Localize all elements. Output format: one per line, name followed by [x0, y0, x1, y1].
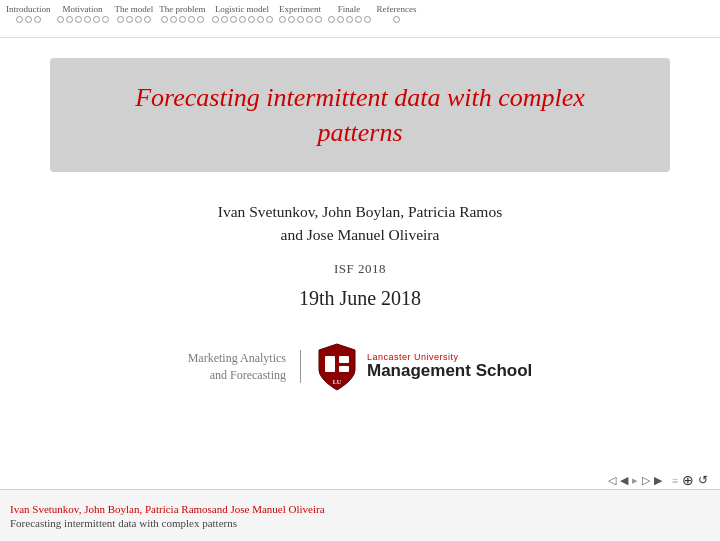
nav-dot[interactable] — [337, 16, 344, 23]
title-box: Forecasting intermittent data with compl… — [50, 58, 670, 172]
svg-rect-0 — [325, 356, 335, 372]
nav-dot[interactable] — [257, 16, 264, 23]
school-name: Management School — [367, 362, 532, 381]
marketing-analytics-logo: Marketing Analytics and Forecasting — [188, 350, 301, 384]
nav-dot[interactable] — [393, 16, 400, 23]
nav-dot[interactable] — [230, 16, 237, 23]
nav-dots — [16, 16, 41, 23]
nav-section-the-problem[interactable]: The problem — [159, 4, 205, 23]
nav-label: Motivation — [63, 4, 103, 14]
nav-dot[interactable] — [328, 16, 335, 23]
nav-dot[interactable] — [126, 16, 133, 23]
nav-dots — [279, 16, 322, 23]
nav-dot[interactable] — [93, 16, 100, 23]
nav-dot[interactable] — [221, 16, 228, 23]
logo-left-line2: and Forecasting — [188, 367, 286, 384]
nav-dot[interactable] — [117, 16, 124, 23]
beamer-icon[interactable]: ⊕ — [682, 472, 694, 489]
nav-dots — [117, 16, 151, 23]
zoom-icon[interactable]: ↺ — [698, 473, 708, 488]
authors-line1: Ivan Svetunkov, John Boylan, Patricia Ra… — [218, 203, 502, 220]
left-arrow-icon[interactable]: ◁ — [608, 474, 616, 487]
nav-label: Logistic model — [215, 4, 269, 14]
nav-dot[interactable] — [248, 16, 255, 23]
nav-dot[interactable] — [297, 16, 304, 23]
conference: ISF 2018 — [334, 261, 386, 277]
svg-text:LU: LU — [333, 379, 342, 385]
nav-dot[interactable] — [266, 16, 273, 23]
nav-section-references[interactable]: References — [377, 4, 417, 23]
nav-dots — [57, 16, 109, 23]
nav-dot[interactable] — [306, 16, 313, 23]
authors: Ivan Svetunkov, John Boylan, Patricia Ra… — [218, 200, 502, 247]
nav-label: Finale — [338, 4, 361, 14]
nav-section-motivation[interactable]: Motivation — [57, 4, 109, 23]
nav-dot[interactable] — [170, 16, 177, 23]
nav-section-finale[interactable]: Finale — [328, 4, 371, 23]
nav-dot[interactable] — [34, 16, 41, 23]
logo-left-line1: Marketing Analytics — [188, 350, 286, 367]
nav-dot[interactable] — [144, 16, 151, 23]
nav-label: The model — [115, 4, 154, 14]
nav-dot[interactable] — [161, 16, 168, 23]
svg-rect-2 — [339, 366, 349, 372]
nav-dot[interactable] — [66, 16, 73, 23]
right-arrow-icon[interactable]: ▷ — [642, 474, 650, 487]
nav-dots — [328, 16, 371, 23]
nav-dot[interactable] — [288, 16, 295, 23]
nav-bar: IntroductionMotivationThe modelThe probl… — [0, 0, 720, 38]
nav-dot[interactable] — [239, 16, 246, 23]
lu-text: Lancaster University Management School — [367, 352, 532, 381]
nav-label: References — [377, 4, 417, 14]
footer-authors: Ivan Svetunkov, John Boylan, Patricia Ra… — [10, 503, 710, 515]
footer-title: Forecasting intermittent data with compl… — [10, 517, 710, 529]
nav-arrows: ◁ ◀ ▸ ▷ ▶ ≡ ⊕ ↺ — [608, 472, 708, 489]
nav-dot[interactable] — [135, 16, 142, 23]
nav-dot[interactable] — [364, 16, 371, 23]
main-content: Forecasting intermittent data with compl… — [0, 38, 720, 489]
nav-dots — [161, 16, 204, 23]
nav-dot[interactable] — [84, 16, 91, 23]
nav-section-experiment[interactable]: Experiment — [279, 4, 322, 23]
nav-label: The problem — [159, 4, 205, 14]
nav-dot[interactable] — [188, 16, 195, 23]
nav-section-the-model[interactable]: The model — [115, 4, 154, 23]
nav-label: Introduction — [6, 4, 51, 14]
date: 19th June 2018 — [299, 287, 421, 310]
lancaster-university-logo: LU Lancaster University Management Schoo… — [315, 342, 532, 392]
nav-section-logistic-model[interactable]: Logistic model — [212, 4, 273, 23]
title-line2: patterns — [317, 118, 402, 147]
nav-dot[interactable] — [25, 16, 32, 23]
logos-section: Marketing Analytics and Forecasting LU L… — [188, 342, 533, 392]
nav-label: Experiment — [279, 4, 321, 14]
shield-icon: LU — [315, 342, 359, 392]
right-filled-arrow-icon[interactable]: ▶ — [654, 474, 662, 487]
nav-dot[interactable] — [197, 16, 204, 23]
nav-section-introduction[interactable]: Introduction — [6, 4, 51, 23]
nav-dots — [393, 16, 400, 23]
nav-dot[interactable] — [57, 16, 64, 23]
nav-dot[interactable] — [346, 16, 353, 23]
nav-dot[interactable] — [279, 16, 286, 23]
nav-dot[interactable] — [315, 16, 322, 23]
svg-rect-1 — [339, 356, 349, 363]
footer: Ivan Svetunkov, John Boylan, Patricia Ra… — [0, 489, 720, 541]
nav-dot[interactable] — [355, 16, 362, 23]
nav-dot[interactable] — [75, 16, 82, 23]
nav-dot[interactable] — [102, 16, 109, 23]
nav-dots — [212, 16, 273, 23]
nav-dot[interactable] — [179, 16, 186, 23]
nav-dot[interactable] — [212, 16, 219, 23]
title-line1: Forecasting intermittent data with compl… — [135, 83, 585, 112]
left-filled-arrow-icon[interactable]: ◀ — [620, 474, 628, 487]
nav-dot[interactable] — [16, 16, 23, 23]
authors-line2: and Jose Manuel Oliveira — [281, 226, 440, 243]
title-text: Forecasting intermittent data with compl… — [80, 80, 640, 150]
